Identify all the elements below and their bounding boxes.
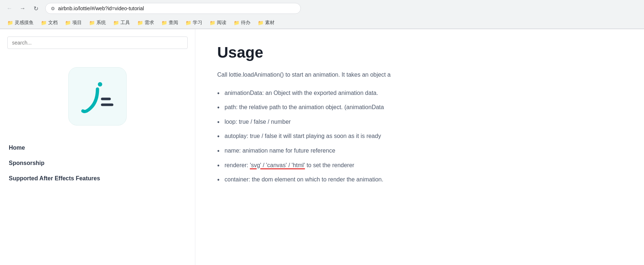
- page-title: Usage: [217, 44, 622, 61]
- folder-icon: 📁: [137, 20, 143, 26]
- bookmark-item[interactable]: 📁系统: [86, 18, 109, 27]
- bookmark-label: 待办: [241, 19, 250, 26]
- bookmark-item[interactable]: 📁查阅: [158, 18, 181, 27]
- bullet-item: name: animation name for future referenc…: [217, 146, 622, 155]
- url-text: airbnb.io/lottie/#/web?id=video-tutorial: [58, 5, 144, 11]
- renderer-values: 'svg' / 'canvas' / 'html': [250, 162, 305, 168]
- folder-icon: 📁: [89, 20, 95, 26]
- bullet-item: loop: true / false / number: [217, 117, 622, 127]
- folder-icon: 📁: [65, 20, 71, 26]
- nav-item[interactable]: Supported After Effects Features: [7, 171, 188, 186]
- logo-box: [68, 67, 127, 126]
- bookmark-label: 文档: [48, 19, 58, 26]
- browser-chrome: ← → ↻ ⚙ airbnb.io/lottie/#/web?id=video-…: [0, 0, 644, 29]
- folder-icon: 📁: [185, 20, 191, 26]
- bookmark-label: 项目: [72, 19, 82, 26]
- forward-button[interactable]: →: [18, 3, 28, 14]
- bookmark-label: 查阅: [169, 19, 178, 26]
- bookmark-label: 需求: [145, 19, 154, 26]
- folder-icon: 📁: [7, 20, 13, 26]
- folder-icon: 📁: [161, 20, 167, 26]
- page-layout: HomeSponsorshipSupported After Effects F…: [0, 29, 644, 265]
- nav-item[interactable]: Home: [7, 140, 188, 155]
- reload-button[interactable]: ↻: [31, 3, 41, 14]
- browser-toolbar: ← → ↻ ⚙ airbnb.io/lottie/#/web?id=video-…: [0, 0, 644, 17]
- bookmark-item[interactable]: 📁工具: [110, 18, 133, 27]
- bookmark-item[interactable]: 📁学习: [183, 18, 205, 27]
- bookmark-item[interactable]: 📁阅读: [207, 18, 229, 27]
- bookmark-item[interactable]: 📁素材: [255, 18, 277, 27]
- security-icon: ⚙: [51, 6, 55, 11]
- bookmark-label: 学习: [193, 19, 202, 26]
- sidebar: HomeSponsorshipSupported After Effects F…: [0, 29, 195, 265]
- bookmarks-bar: 📁灵感摸鱼📁文档📁项目📁系统📁工具📁需求📁查阅📁学习📁阅读📁待办📁素材: [0, 17, 644, 29]
- logo-container: [7, 60, 188, 133]
- bookmark-label: 灵感摸鱼: [15, 19, 34, 26]
- bookmark-item[interactable]: 📁灵感摸鱼: [4, 18, 37, 27]
- intro-text: Call lottie.loadAnimation() to start an …: [217, 70, 622, 80]
- folder-icon: 📁: [234, 20, 239, 26]
- bookmark-item[interactable]: 📁文档: [38, 18, 61, 27]
- back-button[interactable]: ←: [4, 3, 15, 14]
- bullet-list: animationData: an Object with the export…: [217, 88, 622, 184]
- search-input[interactable]: [7, 37, 188, 49]
- bookmark-label: 阅读: [217, 19, 226, 26]
- folder-icon: 📁: [41, 20, 47, 26]
- main-content: Usage Call lottie.loadAnimation() to sta…: [195, 29, 644, 265]
- search-container: [0, 37, 195, 56]
- nav-buttons: ← → ↻: [4, 3, 41, 14]
- bullet-item: renderer: 'svg' / 'canvas' / 'html' to s…: [217, 161, 622, 170]
- folder-icon: 📁: [210, 20, 215, 26]
- bookmark-item[interactable]: 📁待办: [231, 18, 253, 27]
- bookmark-label: 系统: [96, 19, 106, 26]
- folder-icon: 📁: [113, 20, 119, 26]
- bookmark-label: 素材: [265, 19, 275, 26]
- address-bar[interactable]: ⚙ airbnb.io/lottie/#/web?id=video-tutori…: [45, 3, 301, 14]
- folder-icon: 📁: [258, 20, 264, 26]
- nav-section: HomeSponsorshipSupported After Effects F…: [0, 137, 195, 190]
- bullet-item: animationData: an Object with the export…: [217, 88, 622, 98]
- bullet-item: container: the dom element on which to r…: [217, 175, 622, 184]
- bullet-item: autoplay: true / false it will start pla…: [217, 131, 622, 141]
- bookmark-item[interactable]: 📁项目: [62, 18, 85, 27]
- bookmark-label: 工具: [120, 19, 130, 26]
- svg-point-0: [98, 82, 102, 87]
- lottie-logo: [77, 76, 118, 116]
- bookmark-item[interactable]: 📁需求: [134, 18, 157, 27]
- nav-item[interactable]: Sponsorship: [7, 155, 188, 171]
- bullet-item: path: the relative path to the animation…: [217, 103, 622, 112]
